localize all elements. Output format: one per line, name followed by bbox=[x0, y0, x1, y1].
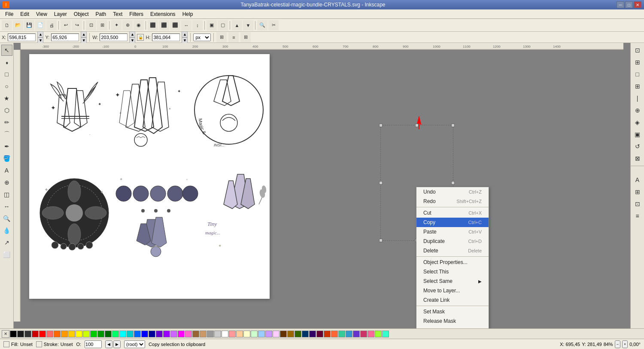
align-center-button[interactable]: ⬛ bbox=[159, 20, 169, 30]
snap-objects-button[interactable]: ▣ bbox=[632, 129, 643, 140]
menu-view[interactable]: View bbox=[33, 10, 51, 18]
y-increase-button[interactable]: ▲ bbox=[81, 31, 87, 37]
zoom-in-button[interactable]: 🔍 bbox=[257, 20, 267, 30]
zoom-tool-button[interactable]: 🔍 bbox=[1, 213, 12, 224]
color-rose[interactable] bbox=[368, 331, 374, 337]
color-lime[interactable] bbox=[375, 331, 382, 337]
color-dark1[interactable] bbox=[17, 331, 24, 337]
zoom-selection-button[interactable]: ⊞ bbox=[97, 20, 107, 30]
color-light-red[interactable] bbox=[46, 331, 53, 337]
color-blue-violet[interactable] bbox=[353, 331, 360, 337]
redo-button[interactable]: ↪ bbox=[72, 20, 82, 30]
color-green[interactable] bbox=[90, 331, 97, 337]
color-mint[interactable] bbox=[251, 331, 258, 337]
color-steel-blue[interactable] bbox=[346, 331, 352, 337]
symbol-panel-button[interactable]: ⊡ bbox=[632, 198, 643, 209]
lock-proportions-button[interactable]: 🔒 bbox=[137, 34, 144, 41]
color-light-pink[interactable] bbox=[273, 331, 279, 337]
text-tool-button[interactable]: A bbox=[1, 165, 12, 176]
new-button[interactable]: 🗋 bbox=[2, 20, 12, 30]
cm-copy[interactable]: Copy Ctrl+C bbox=[416, 218, 489, 227]
color-darker-green[interactable] bbox=[105, 331, 112, 337]
grid-button[interactable]: ⊞ bbox=[240, 32, 251, 42]
color-violet[interactable] bbox=[163, 331, 170, 337]
ungroup-button[interactable]: ▢ bbox=[218, 20, 228, 30]
h-input[interactable] bbox=[152, 33, 180, 41]
objects-panel-button[interactable]: ⊞ bbox=[632, 186, 643, 197]
color-yellow-green[interactable] bbox=[83, 331, 90, 337]
dropper-tool-button[interactable]: 💧 bbox=[1, 225, 12, 236]
color-navy[interactable] bbox=[302, 331, 309, 337]
color-indigo[interactable] bbox=[309, 331, 316, 337]
select-tool-button[interactable]: ↖ bbox=[1, 45, 12, 56]
w-decrease-button[interactable]: ▼ bbox=[129, 37, 135, 43]
open-button[interactable]: 📂 bbox=[13, 20, 23, 30]
opacity-decrease-button[interactable]: ◀ bbox=[105, 340, 112, 348]
layer-select[interactable]: (root) bbox=[124, 340, 145, 348]
menu-help[interactable]: Help bbox=[179, 10, 197, 18]
color-teal[interactable] bbox=[338, 331, 345, 337]
node-tool-button[interactable]: ✦ bbox=[111, 20, 122, 30]
x-increase-button[interactable]: ▲ bbox=[37, 31, 43, 37]
color-dark-green[interactable] bbox=[97, 331, 104, 337]
minimize-button[interactable]: ─ bbox=[617, 1, 624, 8]
cm-object-properties[interactable]: Object Properties... bbox=[416, 258, 489, 267]
xml-editor-button[interactable]: A bbox=[632, 174, 643, 185]
color-purple[interactable] bbox=[156, 331, 163, 337]
node-edit-button[interactable]: ⬧ bbox=[1, 57, 12, 68]
eraser-button[interactable]: ⬜ bbox=[1, 249, 12, 260]
color-lavender[interactable] bbox=[265, 331, 272, 337]
cm-undo[interactable]: Undo Ctrl+Z bbox=[416, 187, 489, 197]
measure-button[interactable]: ↔ bbox=[1, 201, 12, 212]
color-black[interactable] bbox=[10, 331, 17, 337]
gradient-button[interactable]: ◫ bbox=[1, 189, 12, 200]
menu-edit[interactable]: Edit bbox=[17, 10, 33, 18]
lower-button[interactable]: ▼ bbox=[243, 20, 253, 30]
snap-extension-button[interactable]: ⊠ bbox=[632, 153, 643, 164]
color-cream[interactable] bbox=[243, 331, 250, 337]
align-right-button[interactable]: ⬛ bbox=[170, 20, 180, 30]
y-input[interactable] bbox=[51, 33, 79, 41]
align-left-button[interactable]: ⬛ bbox=[148, 20, 158, 30]
cm-paste[interactable]: Paste Ctrl+V bbox=[416, 227, 489, 237]
color-yellow-orange[interactable] bbox=[68, 331, 75, 337]
color-magenta[interactable] bbox=[178, 331, 185, 337]
cm-redo[interactable]: Redo Shift+Ctrl+Z bbox=[416, 197, 489, 206]
opacity-input[interactable] bbox=[85, 340, 102, 348]
menu-filters[interactable]: Filters bbox=[126, 10, 147, 18]
color-light-violet[interactable] bbox=[170, 331, 177, 337]
color-pink[interactable] bbox=[185, 331, 192, 337]
cm-select-same[interactable]: Select Same ▶ bbox=[416, 276, 489, 286]
color-forest[interactable] bbox=[295, 331, 301, 337]
color-coral[interactable] bbox=[331, 331, 338, 337]
snap-center-button[interactable]: ⊕ bbox=[632, 105, 643, 116]
circle-tool-button[interactable]: ○ bbox=[1, 81, 12, 92]
transform-button[interactable]: ⊞ bbox=[216, 32, 227, 42]
fill-indicator[interactable] bbox=[3, 341, 9, 347]
color-dark-blue[interactable] bbox=[149, 331, 155, 337]
opacity-increase-button[interactable]: ▶ bbox=[113, 340, 121, 348]
color-bright-blue[interactable] bbox=[141, 331, 148, 337]
zoom-out-button[interactable]: ✂ bbox=[268, 20, 279, 30]
zoom-decrease-button[interactable]: − bbox=[615, 340, 620, 348]
canvas-viewport[interactable]: ✦ ✦ · ✦ ✦ + + bbox=[21, 50, 623, 322]
cm-cut[interactable]: Cut Ctrl+X bbox=[416, 208, 489, 218]
color-tan[interactable] bbox=[200, 331, 207, 337]
unit-select[interactable]: pxmmcm bbox=[193, 33, 211, 41]
cm-duplicate[interactable]: Duplicate Ctrl+D bbox=[416, 237, 489, 246]
zoom-increase-button[interactable]: + bbox=[622, 340, 628, 348]
color-yellow[interactable] bbox=[76, 331, 82, 337]
x-input[interactable] bbox=[8, 33, 36, 41]
menu-text[interactable]: Text bbox=[109, 10, 126, 18]
undo-button[interactable]: ↩ bbox=[61, 20, 71, 30]
close-button[interactable]: ✕ bbox=[634, 1, 641, 8]
snap-rotation-button[interactable]: ↺ bbox=[632, 141, 643, 152]
snap-guide-button[interactable]: | bbox=[632, 93, 643, 104]
snap-nodes-button[interactable]: ⊞ bbox=[632, 57, 643, 68]
color-blue[interactable] bbox=[134, 331, 141, 337]
snap-toggle-button[interactable]: ⊡ bbox=[632, 45, 643, 56]
cm-move-to-layer[interactable]: Move to Layer... bbox=[416, 286, 489, 295]
menu-extensions[interactable]: Extensions bbox=[147, 10, 179, 18]
cm-select-this[interactable]: Select This bbox=[416, 267, 489, 276]
color-sky[interactable] bbox=[258, 331, 265, 337]
